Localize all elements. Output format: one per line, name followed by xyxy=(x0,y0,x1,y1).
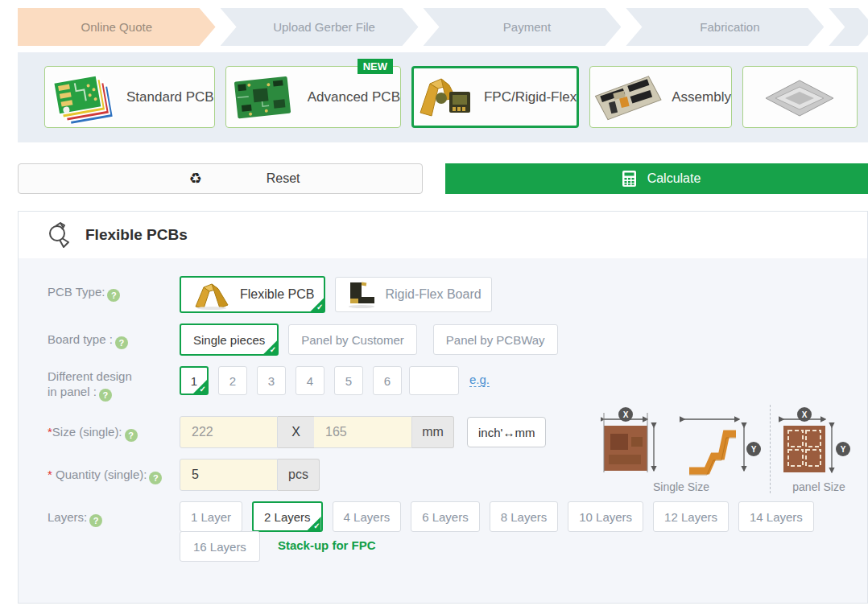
option-label: 3 xyxy=(268,374,275,388)
tab-partial-right[interactable] xyxy=(742,66,858,128)
step-payment[interactable]: Payment xyxy=(424,8,622,46)
single-size-label: Single Size xyxy=(601,480,762,493)
check-corner: ✓ xyxy=(263,340,277,354)
check-icon: ✓ xyxy=(270,345,276,354)
layers-label: Layers:? xyxy=(48,501,180,532)
option-design-3[interactable]: 3 xyxy=(257,366,286,395)
check-icon: ✓ xyxy=(313,521,320,530)
tab-advanced-pcb[interactable]: NEW Advanced PCB xyxy=(225,66,401,128)
option-8-layers[interactable]: 8 Layers xyxy=(490,501,559,532)
quantity-unit: pcs xyxy=(278,459,320,491)
option-10-layers[interactable]: 10 Layers xyxy=(568,501,643,532)
option-label: Single pieces xyxy=(193,333,265,347)
calculator-icon xyxy=(622,171,636,187)
step-online-quote[interactable]: Online Quote xyxy=(18,8,216,46)
panel-size-graphic: X Y xyxy=(779,405,859,476)
option-label: 14 Layers xyxy=(750,510,803,524)
option-design-5[interactable]: 5 xyxy=(334,366,363,395)
option-rigid-flex-board[interactable]: Rigid-Flex Board xyxy=(335,277,491,312)
y-badge: Y xyxy=(751,445,757,454)
size-separator: X xyxy=(278,416,314,448)
option-label: Panel by Customer xyxy=(301,333,404,347)
product-tabs-bar: Standard PCB NEW Advanced PCB xyxy=(18,52,868,142)
option-label: 16 Layers xyxy=(193,540,246,554)
step-label: Payment xyxy=(503,20,551,34)
pcb-quote-page: Online Quote Upload Gerber File Payment … xyxy=(0,0,868,614)
panel-title: Flexible PCBs xyxy=(85,226,188,244)
stencil-image xyxy=(763,71,837,124)
flexible-pcb-image xyxy=(191,279,233,310)
tab-label: Assembly xyxy=(672,89,731,105)
board-type-label: Board type :? xyxy=(48,323,180,356)
option-16-layers[interactable]: 16 Layers xyxy=(180,531,260,562)
custom-design-input[interactable] xyxy=(409,366,459,395)
option-label: Flexible PCB xyxy=(240,287,314,302)
single-size-diagram: X Y Single Size xyxy=(601,405,762,493)
option-design-6[interactable]: 6 xyxy=(373,366,402,395)
tab-standard-pcb[interactable]: Standard PCB xyxy=(44,66,215,128)
progress-stepper: Online Quote Upload Gerber File Payment … xyxy=(18,8,868,46)
row-different-design: Different designin panel :? 1 ✓ 2 3 4 5 … xyxy=(48,366,867,402)
tab-fpc-rigid-flex[interactable]: FPC/Rigid-Flex xyxy=(411,66,579,128)
check-icon: ✓ xyxy=(316,303,323,311)
panel-size-label: panel Size xyxy=(779,480,859,493)
help-icon[interactable]: ? xyxy=(125,429,138,442)
panel-header: Flexible PCBs xyxy=(19,212,867,258)
option-panel-by-customer[interactable]: Panel by Customer xyxy=(288,324,417,355)
option-flexible-pcb[interactable]: Flexible PCB ✓ xyxy=(180,276,325,313)
option-6-layers[interactable]: 6 Layers xyxy=(411,501,480,532)
fpc-image xyxy=(414,71,477,124)
calculate-label: Calculate xyxy=(647,171,701,186)
standard-pcb-image xyxy=(45,71,119,124)
step-fabrication[interactable]: Fabrication xyxy=(626,8,824,46)
quantity-input[interactable] xyxy=(180,459,278,491)
size-unit: mm xyxy=(412,416,454,448)
help-icon[interactable]: ? xyxy=(99,389,112,402)
eg-link[interactable]: e.g. xyxy=(469,373,490,387)
option-label: 4 Layers xyxy=(344,510,391,524)
tab-label: Advanced PCB xyxy=(308,89,400,105)
option-design-1[interactable]: 1 ✓ xyxy=(180,366,209,395)
inch-mm-toggle-button[interactable]: inch'↔mm xyxy=(467,417,546,447)
option-design-2[interactable]: 2 xyxy=(218,366,247,395)
option-12-layers[interactable]: 12 Layers xyxy=(653,501,729,532)
panel-body: PCB Type:? Flexible PCB ✓ xyxy=(19,258,867,603)
option-label: Panel by PCBWay xyxy=(446,333,545,347)
help-icon[interactable]: ? xyxy=(115,336,128,349)
option-2-layers[interactable]: 2 Layers ✓ xyxy=(252,501,323,532)
option-label: 6 xyxy=(384,374,391,388)
help-icon[interactable]: ? xyxy=(89,514,102,527)
option-single-pieces[interactable]: Single pieces ✓ xyxy=(180,323,279,356)
calculate-button[interactable]: Calculate xyxy=(445,163,868,194)
row-board-type: Board type :? Single pieces ✓ Panel by C… xyxy=(48,323,867,356)
x-badge: X xyxy=(623,410,629,419)
tab-assembly[interactable]: Assembly xyxy=(589,66,732,128)
step-upload-gerber[interactable]: Upload Gerber File xyxy=(221,8,419,46)
row-layers: Layers:? 1 Layer 2 Layers ✓ 4 Layers 6 L… xyxy=(48,501,867,532)
option-1-layer[interactable]: 1 Layer xyxy=(180,501,242,532)
option-label: 10 Layers xyxy=(579,510,632,524)
flex-pcb-roll-icon xyxy=(48,221,73,249)
quote-form-panel: Flexible PCBs PCB Type:? Flexible PCB xyxy=(18,211,868,604)
assembly-image xyxy=(590,71,664,124)
recycle-icon: ♻ xyxy=(189,170,202,187)
size-height-input[interactable] xyxy=(314,416,412,448)
option-14-layers[interactable]: 14 Layers xyxy=(738,501,814,532)
option-4-layers[interactable]: 4 Layers xyxy=(333,501,402,532)
row-pcb-type: PCB Type:? Flexible PCB ✓ xyxy=(48,276,867,313)
help-icon[interactable]: ? xyxy=(149,472,162,484)
step-label: Fabrication xyxy=(700,20,759,34)
reset-button[interactable]: ♻ Reset xyxy=(18,163,423,194)
option-design-4[interactable]: 4 xyxy=(296,366,324,395)
size-width-input[interactable] xyxy=(180,416,278,448)
advanced-pcb-image xyxy=(226,71,300,124)
new-badge: NEW xyxy=(358,59,393,74)
stackup-for-fpc-link[interactable]: Stack-up for FPC xyxy=(278,531,376,562)
option-label: 8 Layers xyxy=(501,510,548,524)
help-icon[interactable]: ? xyxy=(107,289,120,302)
check-icon: ✓ xyxy=(200,385,206,394)
option-label: 2 Layers xyxy=(264,510,311,524)
reset-label: Reset xyxy=(267,171,300,186)
single-size-graphic: X Y xyxy=(601,405,762,476)
option-panel-by-pcbway[interactable]: Panel by PCBWay xyxy=(433,324,558,355)
